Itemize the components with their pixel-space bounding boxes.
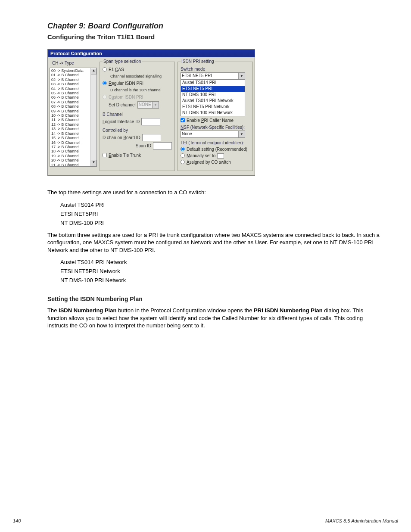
list-item: Austel TS014 PRI	[60, 202, 383, 208]
switch-mode-option[interactable]: NT DMS-100 PRI Network	[181, 110, 245, 116]
switch-mode-option[interactable]: ETSI NET5 PRI Network	[181, 104, 245, 110]
channel-row[interactable]: 08 -> B Channel	[50, 104, 90, 109]
radio-regular-label: Regular ISDN PRI	[109, 81, 143, 86]
controlled-by-label: Controlled by	[103, 128, 172, 133]
channel-row[interactable]: 05 -> B Channel	[50, 91, 90, 95]
nsf-label: NSF (Network-Specific Facilities):	[181, 125, 250, 130]
channel-row[interactable]: 17 -> B Channel	[50, 145, 90, 149]
tei-assigned-radio[interactable]	[181, 160, 185, 164]
p3c: button in the Protocol Configuration win…	[116, 307, 254, 314]
channel-row[interactable]: 14 -> B Channel	[50, 131, 90, 136]
channel-row[interactable]: 19 -> B Channel	[50, 154, 90, 158]
logical-id-label: Logical Interface ID	[103, 119, 140, 124]
radio-custom[interactable]: Custom ISDN PRI	[103, 95, 172, 100]
switch-mode-value: ETSI NET5 PRI	[182, 73, 212, 78]
setd-dropdown[interactable]: NONE ▼	[137, 101, 159, 109]
channel-row[interactable]: 15 -> B Channel	[50, 136, 90, 140]
list-item: ETSI NET5PRI	[60, 211, 383, 217]
span-id-label: Span ID	[136, 143, 151, 149]
tei-default-radio[interactable]	[181, 147, 185, 151]
radio-e1cas[interactable]: E1 CAS	[103, 67, 172, 72]
channel-row[interactable]: 20 -> B Channel	[50, 158, 90, 162]
channel-row[interactable]: 04 -> B Channel	[50, 87, 90, 91]
paragraph-1: The top three settings are used for a co…	[47, 189, 383, 196]
channel-list[interactable]: 00 -> System/Data01 -> B Channel02 -> B …	[50, 68, 97, 167]
channel-list-header: CH -> Type	[50, 59, 97, 68]
switch-mode-listbox[interactable]: Austel TS014 PRIETSI NET5 PRINT DMS-100 …	[181, 79, 245, 116]
page-footer: 140 MAXCS 8.5 Administration Manual	[13, 518, 398, 523]
span-type-group: Span type selection E1 CAS Channel assoc…	[100, 59, 175, 171]
list-item: ETSI NET5PRI Network	[60, 268, 383, 274]
scroll-down-icon[interactable]: ▼	[91, 160, 97, 166]
dchan-board-input[interactable]	[142, 134, 161, 141]
channel-row[interactable]: 13 -> B Channel	[50, 127, 90, 131]
radio-regular-input[interactable]	[103, 81, 107, 85]
switch-mode-option[interactable]: NT DMS-100 PRI	[181, 92, 245, 98]
list-item: NT DMS-100 PRI Network	[60, 277, 383, 283]
channel-row[interactable]: 16 -> D Channel	[50, 140, 90, 145]
logical-id-input[interactable]	[141, 118, 160, 125]
setd-label: Set D channel	[109, 103, 136, 108]
setd-value: NONE	[139, 102, 151, 107]
switch-mode-label: Switch mode	[181, 67, 250, 72]
window-title: Protocol Configuration	[48, 50, 255, 57]
radio-e1cas-label: E1 CAS	[109, 67, 124, 72]
network-list: Austel TS014 PRI NetworkETSI NET5PRI Net…	[60, 259, 383, 283]
screenshot-figure: Protocol Configuration CH -> Type 00 -> …	[47, 49, 398, 176]
radio-custom-label: Custom ISDN PRI	[109, 95, 143, 100]
nsf-value: None	[182, 131, 192, 136]
scroll-bar[interactable]: ▲ ▼	[90, 68, 97, 166]
channel-row[interactable]: 01 -> B Channel	[50, 73, 90, 77]
channel-row[interactable]: 00 -> System/Data	[50, 68, 90, 73]
channel-row[interactable]: 21 -> B Channel	[50, 163, 90, 167]
channel-row[interactable]: 06 -> B Channel	[50, 95, 90, 100]
nsf-dropdown[interactable]: None ▼	[181, 131, 245, 138]
radio-e1cas-input[interactable]	[103, 67, 107, 72]
channel-row[interactable]: 07 -> B Channel	[50, 100, 90, 104]
tei-manual-radio[interactable]	[181, 153, 185, 158]
chevron-down-icon: ▼	[238, 131, 245, 137]
channel-row[interactable]: 10 -> B Channel	[50, 113, 90, 118]
switch-mode-option[interactable]: Austel TS014 PRI Network	[181, 98, 245, 104]
channel-row[interactable]: 18 -> B Channel	[50, 149, 90, 153]
tei-assigned-label: Assigned by CO switch	[187, 160, 231, 165]
enable-caller-row[interactable]: Enable PRI Caller Name	[181, 118, 250, 123]
footer-manual-title: MAXCS 8.5 Administration Manual	[325, 518, 398, 523]
tei-manual-input[interactable]	[217, 153, 224, 159]
p3b: ISDN Numbering Plan	[59, 307, 116, 314]
span-id-input[interactable]	[153, 142, 172, 149]
chevron-down-icon: ▼	[152, 102, 159, 108]
isdn-pri-group: ISDN PRI setting Switch mode ETSI NET5 P…	[177, 59, 253, 171]
page-number: 140	[13, 518, 21, 523]
enable-tie-row[interactable]: Enable Tie Trunk	[103, 153, 172, 158]
dchan-board-label: D chan on Board ID	[103, 135, 140, 140]
tei-assigned-row[interactable]: Assigned by CO switch	[181, 160, 250, 165]
paragraph-2: The bottom three settings are used for a…	[47, 231, 383, 254]
radio-regular[interactable]: Regular ISDN PRI	[103, 81, 172, 86]
channel-row[interactable]: 03 -> B Channel	[50, 82, 90, 86]
switch-mode-dropdown[interactable]: ETSI NET5 PRI ▼	[181, 72, 245, 80]
span-type-legend: Span type selection	[103, 59, 142, 64]
co-switch-list: Austel TS014 PRIETSI NET5PRINT DMS-100 P…	[60, 202, 383, 226]
channel-row[interactable]: 12 -> B Channel	[50, 122, 90, 127]
switch-mode-option[interactable]: ETSI NET5 PRI	[181, 86, 245, 92]
enable-tie-checkbox[interactable]	[103, 153, 107, 157]
chevron-down-icon: ▼	[238, 73, 245, 79]
switch-mode-option[interactable]: Austel TS014 PRI	[181, 80, 245, 86]
tei-default-label: Default setting (Recommended)	[187, 147, 247, 152]
enable-caller-checkbox[interactable]	[181, 118, 185, 122]
channel-row[interactable]: 02 -> B Channel	[50, 78, 90, 82]
enable-tie-label: Enable Tie Trunk	[109, 153, 141, 158]
protocol-config-window: Protocol Configuration CH -> Type 00 -> …	[47, 49, 255, 176]
scroll-up-icon[interactable]: ▲	[91, 68, 97, 75]
tei-manual-row[interactable]: Manually set to	[181, 153, 250, 159]
radio-custom-input[interactable]	[103, 95, 107, 99]
tei-default-row[interactable]: Default setting (Recommended)	[181, 147, 250, 152]
subsection-heading: Setting the ISDN Numbering Plan	[47, 296, 398, 302]
channel-row[interactable]: 09 -> B Channel	[50, 109, 90, 113]
paragraph-3: The ISDN Numbering Plan button in the Pr…	[47, 307, 383, 330]
regular-sub: D channel is the 16th channel	[110, 87, 172, 93]
e1cas-sub: Channel associated signalling	[110, 74, 172, 79]
channel-row[interactable]: 11 -> B Channel	[50, 118, 90, 122]
tei-manual-label: Manually set to	[187, 153, 215, 159]
